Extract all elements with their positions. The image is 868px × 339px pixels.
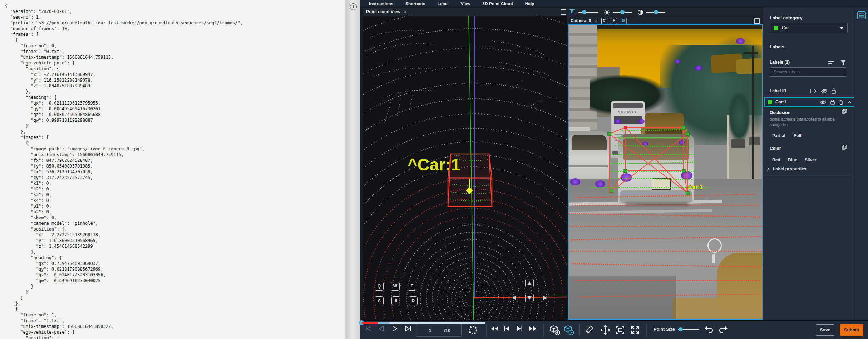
undo-button[interactable] — [704, 325, 714, 334]
brightness-slider[interactable] — [613, 12, 632, 13]
point-cloud-close-icon[interactable]: ✕ — [404, 10, 407, 14]
frame-total: /10 — [444, 328, 461, 333]
app-root: { "version": "2020-03-01", "seq-no": 1, … — [0, 0, 868, 339]
occlusion-heading: Occlusion — [770, 110, 790, 115]
menu-shortcuts[interactable]: Shortcuts — [405, 1, 425, 6]
redo-button[interactable] — [719, 325, 728, 334]
category-selected-value: Car — [782, 25, 789, 30]
sidebar-divider — [763, 176, 854, 176]
pan-left-button[interactable] — [510, 294, 518, 302]
menu-help[interactable]: Help — [525, 1, 534, 6]
fit-to-box-button[interactable] — [616, 325, 625, 335]
pan-up-button[interactable] — [525, 279, 534, 287]
collapse-icon[interactable] — [848, 101, 852, 103]
toggle-box[interactable]: B — [621, 18, 627, 24]
color-heading: Color — [770, 146, 781, 151]
frame-counter: 1 /10 — [416, 324, 462, 337]
projection-toggle[interactable]: P — [569, 9, 575, 15]
brightness-icon — [604, 10, 610, 15]
point-cloud-box-label: ^Car:1 — [408, 155, 460, 174]
copy-color-icon[interactable] — [842, 145, 847, 150]
json-manifest-panel: { "version": "2020-03-01", "seq-no": 1, … — [0, 0, 345, 339]
search-labels-box — [770, 67, 846, 77]
camera-box-label: Car:1 — [688, 184, 703, 190]
category-color-swatch — [774, 26, 778, 30]
delete-icon[interactable] — [839, 100, 843, 105]
occlusion-option-partial[interactable]: Partial — [772, 133, 785, 138]
point-size-slider[interactable] — [678, 329, 699, 330]
frame-loader-icon — [468, 325, 478, 335]
filter-icon[interactable] — [840, 60, 846, 65]
keycap-a[interactable]: A — [375, 296, 384, 305]
add-cuboid-button[interactable] — [549, 325, 560, 335]
visibility-icon[interactable] — [820, 100, 826, 105]
labels-count: Labels (1) — [770, 60, 790, 65]
seek-buffered-segment[interactable] — [378, 322, 390, 324]
label-name: Car:1 — [775, 100, 786, 105]
pan-down-button[interactable] — [525, 294, 534, 302]
menu-bar: Instructions Shortcuts Label View 3D Poi… — [360, 0, 868, 7]
lock-icon[interactable] — [830, 100, 835, 105]
move-tool-button[interactable] — [601, 325, 610, 335]
submit-button[interactable]: Submit — [840, 324, 863, 336]
skip-forward-button[interactable] — [517, 326, 522, 331]
contrast-slider[interactable] — [646, 12, 665, 13]
info-icon[interactable]: i — [350, 3, 357, 10]
pan-right-button[interactable] — [541, 294, 549, 302]
fullscreen-button[interactable] — [631, 325, 640, 335]
labels-heading: Labels — [770, 44, 784, 49]
keycap-q[interactable]: Q — [375, 282, 384, 291]
occlusion-option-full[interactable]: Full — [794, 133, 801, 138]
hide-all-icon[interactable] — [821, 89, 827, 94]
menu-3d-point-cloud[interactable]: 3D Point Cloud — [483, 1, 513, 6]
first-frame-button[interactable] — [366, 326, 371, 331]
label-sidebar: Label category Car Labels Labels (1) Lab… — [763, 7, 854, 320]
search-labels-input[interactable] — [773, 69, 843, 75]
prev-frame-button[interactable] — [379, 326, 384, 331]
copy-occlusion-icon[interactable] — [842, 109, 847, 114]
projection-density-slider[interactable] — [578, 12, 598, 13]
keycap-s[interactable]: S — [391, 296, 400, 305]
menu-instructions[interactable]: Instructions — [369, 1, 393, 6]
draw-tool-button[interactable] — [585, 325, 594, 335]
sidebar-rail — [854, 7, 868, 320]
seek-current-segment[interactable] — [362, 322, 378, 324]
camera-tab-close-icon[interactable]: ✕ — [594, 19, 597, 23]
label-row-car-1[interactable]: Car:1 — [764, 97, 855, 107]
camera-image-view[interactable]: SHERIFF — [568, 24, 763, 320]
next-frame-button[interactable] — [405, 326, 411, 331]
toggle-cuboid-projection[interactable]: C — [601, 18, 607, 24]
skip-back-button[interactable] — [504, 326, 509, 331]
rewind-button[interactable] — [491, 326, 498, 331]
point-cloud-maximize-icon[interactable] — [561, 9, 566, 15]
divider-rail: i — [345, 0, 361, 339]
keycap-w[interactable]: W — [391, 282, 400, 291]
keycap-e[interactable]: E — [408, 282, 416, 291]
camera-tab-bar: Camera_0 ✕ C F B — [567, 17, 763, 24]
keycap-d[interactable]: D — [409, 296, 418, 305]
point-cloud-canvas[interactable]: ^Car:1 Q W E A S D — [363, 16, 567, 320]
label-category-select[interactable]: Car — [770, 23, 848, 33]
sort-icon[interactable] — [828, 61, 835, 65]
toggle-frustum[interactable]: F — [611, 18, 617, 24]
label-properties-expander[interactable]: Label properties — [773, 166, 806, 171]
fast-forward-button[interactable] — [529, 326, 536, 331]
point-cloud-panel-title: Point cloud View — [366, 9, 400, 14]
menu-label[interactable]: Label — [438, 1, 449, 6]
color-option-silver[interactable]: Silver — [805, 158, 817, 163]
camera-maximize-icon[interactable] — [754, 18, 760, 24]
play-button[interactable] — [393, 326, 397, 331]
panel-list-icon[interactable] — [857, 11, 866, 19]
tab-camera-0[interactable]: Camera_0 — [571, 18, 591, 23]
edit-cuboid-button[interactable] — [563, 325, 574, 335]
frame-current-input[interactable]: 1 — [416, 328, 444, 333]
lock-all-icon[interactable] — [832, 88, 836, 94]
menu-view[interactable]: View — [461, 1, 470, 6]
color-option-blue[interactable]: Blue — [788, 158, 797, 163]
point-cloud-panel-header: Point cloud View ✕ — [363, 8, 570, 16]
label-id-heading: Label ID — [770, 88, 786, 93]
occlusion-description: global attribute that applies to all lab… — [770, 117, 845, 127]
save-button[interactable]: Save — [816, 324, 834, 336]
color-option-red[interactable]: Red — [772, 158, 780, 163]
tag-icon[interactable] — [810, 89, 817, 93]
